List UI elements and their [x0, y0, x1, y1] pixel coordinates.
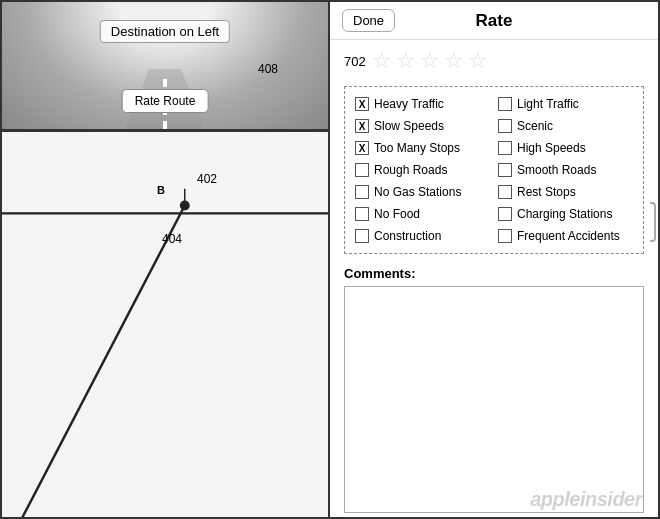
- star-1[interactable]: ☆: [372, 48, 392, 74]
- option-too-many-stops[interactable]: Too Many Stops: [355, 139, 490, 157]
- comments-label: Comments:: [344, 266, 644, 281]
- checkbox-high-speeds[interactable]: [498, 141, 512, 155]
- option-rest-stops[interactable]: Rest Stops: [498, 183, 633, 201]
- options-container: Heavy Traffic Light Traffic Slow Speeds …: [344, 86, 644, 254]
- option-label-too-many-stops: Too Many Stops: [374, 141, 460, 155]
- checkbox-scenic[interactable]: [498, 119, 512, 133]
- option-construction[interactable]: Construction: [355, 227, 490, 245]
- option-label-heavy-traffic: Heavy Traffic: [374, 97, 444, 111]
- option-light-traffic[interactable]: Light Traffic: [498, 95, 633, 113]
- checkbox-charging-stations[interactable]: [498, 207, 512, 221]
- map-header: Destination on Left Rate Route 408: [2, 2, 328, 132]
- star-2[interactable]: ☆: [396, 48, 416, 74]
- comments-section: Comments:: [330, 258, 658, 519]
- option-scenic[interactable]: Scenic: [498, 117, 633, 135]
- option-label-high-speeds: High Speeds: [517, 141, 586, 155]
- svg-line-1: [22, 205, 185, 518]
- checkbox-heavy-traffic[interactable]: [355, 97, 369, 111]
- option-heavy-traffic[interactable]: Heavy Traffic: [355, 95, 490, 113]
- destination-label: Destination on Left: [100, 20, 230, 43]
- checkbox-rest-stops[interactable]: [498, 185, 512, 199]
- right-edge-decoration: [650, 202, 656, 242]
- label-b: B: [157, 184, 165, 196]
- option-label-light-traffic: Light Traffic: [517, 97, 579, 111]
- option-smooth-roads[interactable]: Smooth Roads: [498, 161, 633, 179]
- rating-label: 702: [344, 54, 366, 69]
- option-rough-roads[interactable]: Rough Roads: [355, 161, 490, 179]
- done-button[interactable]: Done: [342, 9, 395, 32]
- comments-box[interactable]: [344, 286, 644, 513]
- rate-route-button[interactable]: Rate Route: [122, 89, 209, 113]
- option-label-frequent-accidents: Frequent Accidents: [517, 229, 620, 243]
- panel-header: Done Rate: [330, 2, 658, 40]
- star-3[interactable]: ☆: [420, 48, 440, 74]
- panel-title: Rate: [476, 11, 513, 31]
- option-high-speeds[interactable]: High Speeds: [498, 139, 633, 157]
- label-408: 408: [258, 62, 278, 76]
- option-label-charging-stations: Charging Stations: [517, 207, 612, 221]
- checkbox-no-gas-stations[interactable]: [355, 185, 369, 199]
- option-label-rough-roads: Rough Roads: [374, 163, 447, 177]
- option-label-no-food: No Food: [374, 207, 420, 221]
- checkbox-no-food[interactable]: [355, 207, 369, 221]
- star-4[interactable]: ☆: [444, 48, 464, 74]
- option-label-slow-speeds: Slow Speeds: [374, 119, 444, 133]
- option-slow-speeds[interactable]: Slow Speeds: [355, 117, 490, 135]
- label-404: 404: [162, 232, 182, 246]
- option-label-rest-stops: Rest Stops: [517, 185, 576, 199]
- checkbox-frequent-accidents[interactable]: [498, 229, 512, 243]
- checkbox-smooth-roads[interactable]: [498, 163, 512, 177]
- checkbox-construction[interactable]: [355, 229, 369, 243]
- checkbox-slow-speeds[interactable]: [355, 119, 369, 133]
- option-no-gas-stations[interactable]: No Gas Stations: [355, 183, 490, 201]
- option-label-smooth-roads: Smooth Roads: [517, 163, 596, 177]
- option-frequent-accidents[interactable]: Frequent Accidents: [498, 227, 633, 245]
- checkbox-rough-roads[interactable]: [355, 163, 369, 177]
- label-402: 402: [197, 172, 217, 186]
- rating-row: 702 ☆ ☆ ☆ ☆ ☆: [330, 40, 658, 82]
- stars-container[interactable]: ☆ ☆ ☆ ☆ ☆: [372, 48, 488, 74]
- option-label-no-gas-stations: No Gas Stations: [374, 185, 461, 199]
- checkbox-too-many-stops[interactable]: [355, 141, 369, 155]
- right-panel: Done Rate 702 ☆ ☆ ☆ ☆ ☆ Heavy Traffic Li…: [330, 2, 658, 519]
- option-no-food[interactable]: No Food: [355, 205, 490, 223]
- option-charging-stations[interactable]: Charging Stations: [498, 205, 633, 223]
- option-label-scenic: Scenic: [517, 119, 553, 133]
- checkbox-light-traffic[interactable]: [498, 97, 512, 111]
- left-panel: Destination on Left Rate Route 408 B 402…: [2, 2, 330, 519]
- option-label-construction: Construction: [374, 229, 441, 243]
- map-body: B 402 404: [2, 132, 328, 519]
- road-svg: [2, 132, 328, 519]
- star-5[interactable]: ☆: [468, 48, 488, 74]
